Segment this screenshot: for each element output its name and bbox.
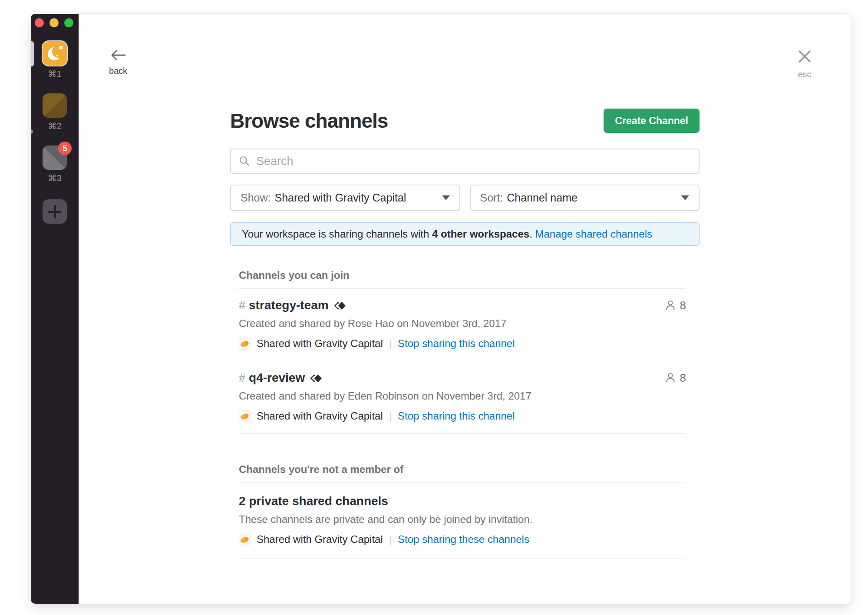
workspace-shortcut-label: ⌘1 — [48, 69, 61, 79]
back-button[interactable]: back — [102, 49, 134, 76]
search-box[interactable] — [230, 149, 700, 174]
add-workspace-button[interactable] — [43, 199, 67, 224]
shared-channel-icon — [334, 301, 346, 311]
divider: | — [389, 337, 392, 350]
page-title: Browse channels — [230, 109, 388, 132]
section-gap — [239, 434, 686, 440]
browse-channels-panel: back esc Browse channels Create Channel — [79, 14, 851, 604]
channel-row[interactable]: # strategy-team 8 — [239, 289, 686, 361]
close-icon — [797, 49, 812, 64]
share-line: Shared with Gravity Capital | Stop shari… — [239, 337, 686, 350]
traffic-light-minimize[interactable] — [50, 18, 59, 27]
channel-meta: Created and shared by Rose Hao on Novemb… — [239, 317, 686, 330]
channel-name: q4-review — [249, 371, 305, 385]
shared-with-text: Shared with Gravity Capital — [257, 533, 383, 546]
app-window: ⌘1 ⌘2 5 ⌘3 back — [31, 14, 851, 604]
channel-meta: Created and shared by Eden Robinson on N… — [239, 390, 686, 402]
stop-sharing-link[interactable]: Stop sharing this channel — [398, 410, 515, 422]
channel-sections: Channels you can join # strategy-team — [230, 269, 700, 559]
show-filter-dropdown[interactable]: Show: Shared with Gravity Capital — [230, 185, 460, 211]
channel-name-line: # q4-review 8 — [239, 371, 686, 385]
moon-dot-icon — [56, 55, 58, 56]
channel-row[interactable]: # q4-review 8 — [239, 361, 686, 434]
gravity-capital-avatar — [239, 338, 251, 350]
show-filter-value: Shared with Gravity Capital — [274, 192, 406, 204]
workspace-avatar-brown-icon[interactable] — [43, 93, 67, 118]
workspace-item-3: 5 ⌘3 — [43, 145, 67, 183]
content-column: Browse channels Create Channel Show: Sha… — [230, 14, 700, 559]
search-input[interactable] — [255, 154, 691, 169]
traffic-light-close[interactable] — [35, 18, 44, 27]
banner-text: Your workspace is sharing channels with — [242, 228, 432, 240]
person-icon — [665, 300, 677, 311]
banner-bold-text: 4 other workspaces — [432, 228, 529, 240]
workspace-shortcut-label: ⌘2 — [48, 121, 61, 131]
workspace-avatar-moon-icon[interactable] — [43, 41, 67, 66]
section-header-join: Channels you can join — [239, 269, 686, 289]
sort-label: Sort: — [480, 192, 503, 204]
divider: | — [389, 410, 392, 422]
gravity-capital-avatar — [239, 534, 251, 546]
create-channel-button[interactable]: Create Channel — [604, 109, 700, 133]
private-channels-block: 2 private shared channels These channels… — [239, 483, 686, 559]
traffic-light-zoom[interactable] — [64, 18, 73, 27]
shared-with-text: Shared with Gravity Capital — [257, 337, 383, 350]
stop-sharing-link[interactable]: Stop sharing these channels — [398, 533, 529, 546]
page-header: Browse channels Create Channel — [230, 109, 700, 133]
traffic-lights — [31, 14, 79, 27]
member-count-wrap: 8 — [665, 371, 686, 385]
member-count-wrap: 8 — [665, 299, 686, 312]
manage-shared-channels-link[interactable]: Manage shared channels — [535, 228, 652, 240]
workspace-item-1: ⌘1 — [43, 41, 67, 79]
share-line: Shared with Gravity Capital | Stop shari… — [239, 533, 686, 546]
search-icon — [239, 155, 250, 167]
workspace-item-2: ⌘2 — [43, 93, 67, 131]
member-count: 8 — [680, 299, 686, 312]
chevron-down-icon — [681, 195, 689, 200]
private-channels-title: 2 private shared channels — [239, 494, 686, 508]
sort-dropdown[interactable]: Sort: Channel name — [470, 185, 700, 211]
hash-icon: # — [239, 371, 245, 385]
banner-suffix: . — [529, 228, 535, 240]
chevron-down-icon — [442, 195, 450, 200]
workspace-shortcut-label: ⌘3 — [48, 173, 61, 183]
divider: | — [389, 533, 392, 546]
hash-icon: # — [239, 299, 245, 312]
workspace-sidebar: ⌘1 ⌘2 5 ⌘3 — [31, 14, 79, 604]
shared-workspaces-banner: Your workspace is sharing channels with … — [230, 222, 700, 246]
member-count: 8 — [680, 371, 686, 385]
back-arrow-icon — [109, 49, 127, 62]
gravity-capital-avatar — [239, 410, 251, 422]
shared-channel-icon — [310, 374, 322, 383]
stop-sharing-link[interactable]: Stop sharing this channel — [398, 337, 515, 350]
shared-with-text: Shared with Gravity Capital — [257, 410, 383, 422]
channel-name-line: # strategy-team 8 — [239, 298, 686, 312]
moon-x-icon — [59, 46, 63, 50]
filter-row: Show: Shared with Gravity Capital Sort: … — [230, 185, 700, 211]
back-label: back — [102, 66, 134, 76]
share-line: Shared with Gravity Capital | Stop shari… — [239, 410, 686, 422]
channel-name: strategy-team — [249, 298, 329, 312]
person-icon — [665, 372, 677, 384]
private-channels-description: These channels are private and can only … — [239, 513, 686, 526]
workspace-list: ⌘1 ⌘2 5 ⌘3 — [31, 41, 79, 224]
close-button[interactable]: esc — [794, 49, 815, 79]
show-filter-label: Show: — [241, 192, 271, 204]
sort-value: Channel name — [507, 192, 578, 204]
workspace-avatar-gray-icon[interactable]: 5 — [43, 145, 67, 170]
esc-label: esc — [794, 69, 815, 79]
unread-count-badge: 5 — [58, 142, 72, 155]
section-header-not-member: Channels you're not a member of — [239, 463, 686, 483]
